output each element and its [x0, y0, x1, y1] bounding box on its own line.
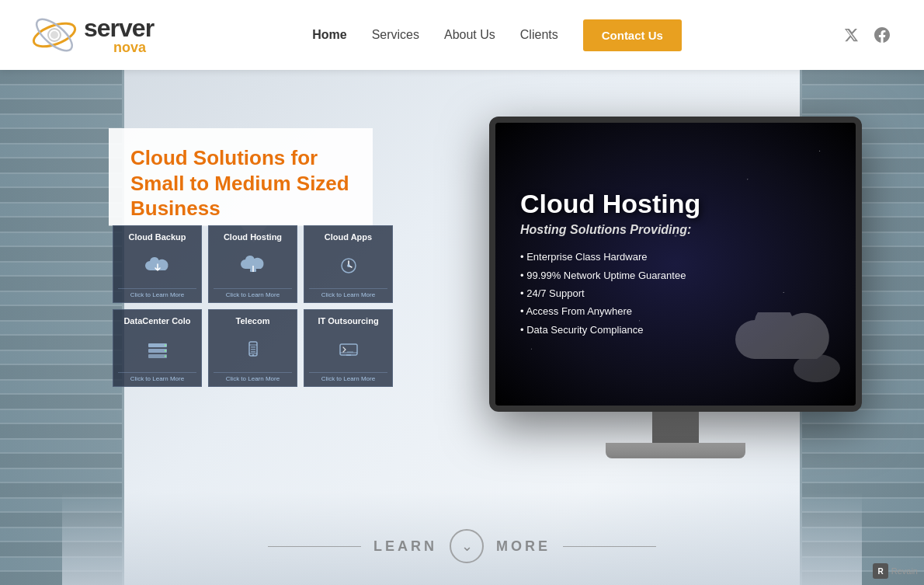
svg-point-17	[252, 354, 254, 356]
cloud-apps-icon	[335, 242, 363, 288]
cloud-hosting-icon	[239, 242, 267, 288]
nav-services[interactable]: Services	[372, 28, 419, 42]
hero-section: Cloud Solutions for Small to Medium Size…	[0, 70, 924, 585]
learn-more-button[interactable]: ⌄	[450, 529, 484, 563]
tile-cloud-apps-link: Click to Learn More	[309, 288, 387, 298]
tile-telecom[interactable]: Telecom Click to Learn More	[208, 309, 297, 387]
svg-point-25	[794, 354, 840, 382]
svg-point-12	[165, 350, 166, 351]
tile-cloud-apps[interactable]: Cloud Apps Click to Learn More	[304, 225, 393, 303]
tile-cloud-hosting[interactable]: Cloud Hosting Click to Learn More	[208, 225, 297, 303]
cloud-backup-icon	[144, 242, 172, 288]
monitor-title: Cloud Hosting	[520, 190, 700, 218]
tile-telecom-title: Telecom	[236, 316, 270, 326]
svg-point-11	[165, 344, 166, 346]
svg-text:R: R	[877, 567, 884, 576]
svg-rect-10	[148, 354, 167, 358]
tile-cloud-backup-title: Cloud Backup	[129, 232, 186, 242]
svg-rect-8	[148, 343, 167, 347]
bullet-2: 99.99% Network Uptime Guarantee	[520, 266, 686, 284]
monitor-subtitle: Hosting Solutions Providing:	[520, 223, 691, 237]
svg-rect-19	[251, 349, 255, 350]
tile-cloud-backup[interactable]: Cloud Backup Click to Learn More	[113, 225, 202, 303]
tile-cloud-hosting-title: Cloud Hosting	[224, 232, 282, 242]
monitor: Cloud Hosting Hosting Solutions Providin…	[489, 117, 862, 466]
learn-more: LEARN ⌄ MORE	[268, 529, 656, 563]
revain-logo: R	[873, 563, 888, 579]
learn-line-left	[268, 546, 361, 547]
tile-telecom-link: Click to Learn More	[214, 372, 292, 382]
chevron-down-icon: ⌄	[461, 539, 473, 553]
monitor-screen: Cloud Hosting Hosting Solutions Providin…	[495, 123, 856, 406]
bullet-3: 24/7 Support	[520, 284, 686, 302]
social-icons	[840, 24, 893, 46]
header: server nova Home Services About Us Clien…	[0, 0, 924, 70]
facebook-icon[interactable]	[871, 24, 893, 46]
svg-point-3	[50, 31, 58, 39]
tile-it-outsourcing-link: Click to Learn More	[309, 372, 387, 382]
hero-headline: Cloud Solutions for Small to Medium Size…	[130, 145, 351, 221]
nav-about-us[interactable]: About Us	[444, 28, 495, 42]
twitter-icon[interactable]	[840, 24, 862, 46]
screen-cloud-icon	[731, 312, 840, 382]
learn-more-left: LEARN	[373, 538, 437, 555]
tile-cloud-hosting-link: Click to Learn More	[214, 288, 292, 298]
monitor-stand-neck	[652, 412, 699, 443]
bullet-5: Data Security Compliance	[520, 321, 686, 339]
svg-rect-20	[251, 351, 255, 353]
contact-button[interactable]: Contact Us	[583, 19, 682, 51]
nav-home[interactable]: Home	[312, 28, 346, 42]
monitor-screen-outer: Cloud Hosting Hosting Solutions Providin…	[489, 117, 862, 412]
tile-it-outsourcing[interactable]: IT Outsourcing Click to Learn More	[304, 309, 393, 387]
tile-it-outsourcing-title: IT Outsourcing	[318, 316, 378, 326]
svg-rect-9	[148, 349, 167, 353]
monitor-bullets: Enterprise Class Hardware 99.99% Network…	[520, 248, 686, 339]
nav: Home Services About Us Clients Contact U…	[312, 19, 682, 51]
tile-cloud-apps-title: Cloud Apps	[325, 232, 372, 242]
tile-datacenter-title: DataCenter Colo	[123, 316, 190, 326]
nav-clients[interactable]: Clients	[520, 28, 558, 42]
telecom-icon	[239, 326, 267, 372]
tile-datacenter[interactable]: DataCenter Colo Click to Learn More	[113, 309, 202, 387]
logo-text: server nova	[84, 16, 154, 54]
logo-nova: nova	[113, 40, 154, 54]
svg-rect-21	[340, 344, 357, 355]
logo-icon	[31, 12, 78, 58]
svg-rect-18	[251, 346, 255, 348]
tile-datacenter-link: Click to Learn More	[118, 372, 196, 382]
tile-cloud-backup-link: Click to Learn More	[118, 288, 196, 298]
logo-server: server	[84, 16, 154, 40]
it-outsourcing-icon	[335, 326, 363, 372]
learn-line-right	[563, 546, 656, 547]
tiles-grid: Cloud Backup Click to Learn More Cloud H…	[113, 225, 393, 387]
bullet-4: Access From Anywhere	[520, 302, 686, 320]
revain-badge: R Revain	[873, 563, 918, 579]
datacenter-icon	[144, 326, 172, 372]
monitor-stand-base	[606, 443, 745, 458]
svg-point-7	[347, 264, 350, 267]
bullet-1: Enterprise Class Hardware	[520, 248, 686, 266]
revain-text: Revain	[891, 566, 918, 576]
learn-more-right: MORE	[496, 538, 551, 555]
logo[interactable]: server nova	[31, 12, 154, 58]
svg-point-13	[165, 355, 166, 357]
